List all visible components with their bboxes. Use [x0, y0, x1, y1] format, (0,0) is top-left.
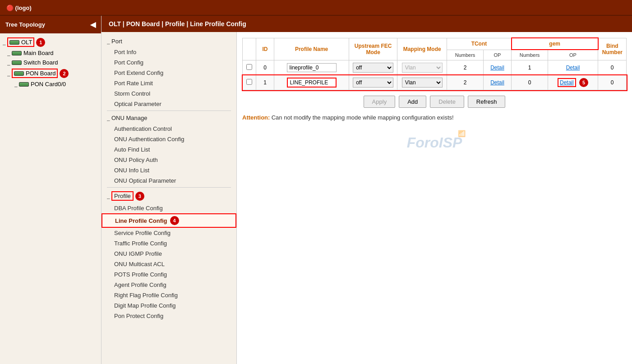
row1-upstream-fec-select[interactable]: off on: [353, 78, 393, 88]
col-bind-number: Bind Number: [598, 38, 627, 60]
nav-item-storm-control[interactable]: Storm Control: [101, 88, 236, 99]
nav-item-service-profile-config[interactable]: Service Profile Config: [101, 228, 236, 238]
row1-profile-name[interactable]: [274, 75, 349, 90]
pon-board-label: PON Board: [26, 70, 55, 77]
row0-checkbox[interactable]: [243, 60, 256, 75]
sidebar-item-pon-card[interactable]: ⎯ PON Card0/0: [0, 79, 101, 89]
sidebar: Tree Topology ◀ ⎯ OLT 1 ⎯ Main Board: [0, 16, 101, 364]
row0-profile-name[interactable]: [274, 60, 349, 75]
col-gem-numbers: Numbers: [512, 50, 548, 60]
nav-item-onu-igmp-profile[interactable]: ONU IGMP Profile: [101, 249, 236, 259]
col-mapping-mode: Mapping Mode: [397, 38, 447, 60]
breadcrumb: OLT | PON Board | Profile | Line Profile…: [101, 16, 632, 32]
sidebar-item-pon-board[interactable]: ⎯ PON Board 2: [0, 67, 101, 79]
nav-item-pots-profile-config[interactable]: POTS Profile Config: [101, 269, 236, 280]
nav-section-port-header[interactable]: ⎯ Port: [101, 36, 236, 47]
row0-checkbox-input[interactable]: [246, 64, 252, 70]
row0-upstream-fec-select[interactable]: off on: [353, 63, 393, 73]
table-area: ID Profile Name Upstream FEC Mode Mappin…: [237, 32, 632, 364]
watermark: 📶 ForoISP: [242, 134, 627, 151]
profile-section-title: Profile: [114, 193, 131, 199]
sidebar-item-main-board[interactable]: ⎯ Main Board: [0, 48, 101, 58]
detail-badge-5: 5: [579, 78, 588, 87]
watermark-text: ForoISP: [407, 134, 462, 151]
nav-item-onu-multicast-acl[interactable]: ONU Multicast ACL: [101, 259, 236, 269]
row1-gem-detail-link[interactable]: Detail: [558, 78, 576, 87]
col-tcont-numbers: Numbers: [447, 50, 484, 60]
sidebar-item-switch-board[interactable]: ⎯ Switch Board: [0, 58, 101, 67]
profile-expand-marker: ⎯: [107, 194, 110, 199]
row1-upstream-fec[interactable]: off on: [349, 75, 397, 90]
sidebar-item-olt[interactable]: ⎯ OLT 1: [0, 36, 101, 48]
expand-marker: ⎯: [7, 60, 10, 65]
row1-profile-name-input[interactable]: [287, 78, 337, 88]
sidebar-collapse-button[interactable]: ◀: [90, 20, 96, 29]
col-tcont-group: TCont: [447, 38, 512, 50]
nav-item-auth-control[interactable]: Authentication Control: [101, 124, 236, 134]
row1-tcont-detail-link[interactable]: Detail: [490, 79, 504, 86]
expand-marker: ⎯: [14, 82, 18, 87]
row1-id: 1: [256, 75, 274, 90]
row1-bind-number: 0: [598, 75, 627, 90]
nav-item-right-flag-profile[interactable]: Right Flag Profile Config: [101, 290, 236, 300]
nav-item-onu-policy-auth[interactable]: ONU Policy Auth: [101, 155, 236, 165]
row0-tcont-op[interactable]: Detail: [483, 60, 511, 75]
col-gem-group: gem: [512, 38, 598, 50]
olt-badge: 1: [36, 38, 45, 47]
delete-button[interactable]: Delete: [430, 96, 464, 108]
row0-tcont-detail-link[interactable]: Detail: [490, 65, 504, 71]
nav-item-traffic-profile-config[interactable]: Traffic Profile Config: [101, 238, 236, 249]
nav-item-agent-profile-config[interactable]: Agent Profile Config: [101, 280, 236, 290]
line-profile-badge: 4: [170, 216, 179, 225]
nav-item-port-info[interactable]: Port Info: [101, 47, 236, 57]
row1-gem-numbers: 0: [512, 75, 548, 90]
row1-mapping-mode-select[interactable]: Vlan GEM GEM port: [402, 78, 443, 88]
expand-marker: ⎯: [7, 71, 10, 76]
nav-item-line-profile-config[interactable]: Line Profile Config 4: [101, 213, 236, 228]
content-area: OLT | PON Board | Profile | Line Profile…: [101, 16, 632, 364]
add-button[interactable]: Add: [399, 96, 426, 108]
apply-button[interactable]: Apply: [364, 96, 396, 108]
nav-item-onu-info-list[interactable]: ONU Info List: [101, 165, 236, 175]
row0-gem-detail-link[interactable]: Detail: [566, 65, 580, 71]
action-buttons: Apply Add Delete Refresh: [242, 96, 627, 108]
row0-gem-numbers: 1: [512, 60, 548, 75]
port-section-title: Port: [111, 38, 122, 45]
row1-gem-op[interactable]: Detail 5: [548, 75, 598, 90]
row1-tcont-op[interactable]: Detail: [483, 75, 511, 90]
nav-item-port-extend-config[interactable]: Port Extend Config: [101, 68, 236, 78]
refresh-button[interactable]: Refresh: [468, 96, 506, 108]
nav-item-pon-protect-config[interactable]: Pon Protect Config: [101, 311, 236, 321]
main-board-icon: [12, 51, 22, 55]
attention-message: Can not modify the mapping mode while ma…: [272, 114, 454, 121]
nav-section-profile-header[interactable]: ⎯ Profile 3: [101, 189, 236, 203]
row1-checkbox[interactable]: [243, 75, 256, 90]
nav-item-optical-parameter[interactable]: Optical Parameter: [101, 99, 236, 109]
nav-item-dba-profile-config[interactable]: DBA Profile Config: [101, 203, 236, 213]
row0-mapping-mode[interactable]: Vlan GEM GEM port: [397, 60, 447, 75]
row0-gem-op[interactable]: Detail: [548, 60, 598, 75]
nav-item-onu-optical-param[interactable]: ONU Optical Parameter: [101, 175, 236, 186]
row0-id: 0: [256, 60, 274, 75]
nav-item-digit-map-profile[interactable]: Digit Map Profile Config: [101, 300, 236, 311]
col-checkbox: [243, 38, 256, 60]
row0-upstream-fec[interactable]: off on: [349, 60, 397, 75]
nav-item-port-rate-limit[interactable]: Port Rate Limit: [101, 78, 236, 88]
row1-tcont-numbers: 2: [447, 75, 484, 90]
nav-item-onu-auth-config[interactable]: ONU Authentication Config: [101, 134, 236, 144]
pon-card-label: PON Card0/0: [31, 81, 66, 88]
onu-manage-section-title: ONU Manage: [111, 115, 147, 121]
nav-section-profile: ⎯ Profile 3 DBA Profile Config Line Prof…: [101, 189, 236, 321]
row0-bind-number: 0: [598, 60, 627, 75]
nav-item-port-config[interactable]: Port Config: [101, 57, 236, 68]
olt-label: OLT: [21, 39, 32, 46]
nav-section-onu-manage-header[interactable]: ⎯ ONU Manage: [101, 112, 236, 124]
nav-item-auto-find-list[interactable]: Auto Find List: [101, 144, 236, 155]
row0-profile-name-input[interactable]: [287, 63, 337, 72]
row0-mapping-mode-select[interactable]: Vlan GEM GEM port: [402, 63, 443, 73]
row1-checkbox-input[interactable]: [246, 79, 252, 85]
expand-marker: ⎯: [7, 51, 10, 56]
row1-mapping-mode[interactable]: Vlan GEM GEM port: [397, 75, 447, 90]
switch-board-icon: [12, 60, 22, 65]
pon-board-badge: 2: [60, 69, 69, 78]
